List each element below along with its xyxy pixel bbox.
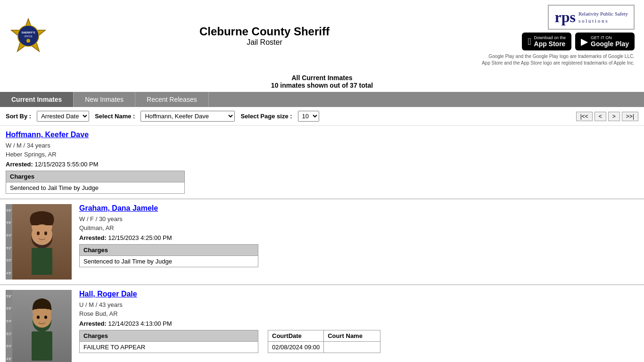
charges-table: Charges FAILURE TO APPEAR: [79, 330, 258, 353]
charges-container: Charges Sentenced to Jail Time by Judge: [79, 244, 638, 267]
page-size-select[interactable]: 10 25 50: [298, 111, 319, 122]
inmate-arrested: Arrested: 12/14/2023 4:13:00 PM: [79, 320, 638, 327]
arrested-label: Arrested:: [79, 320, 107, 327]
next-page-button[interactable]: >: [608, 112, 620, 121]
inmate-row: 5'8"5'6"5'4"5'2"5'0"4'8" Graham, Dana Ja…: [0, 199, 644, 285]
charges-table: Charges Sentenced to Jail Time by Judge: [6, 171, 185, 194]
tab-recent-releases[interactable]: Recent Releases: [135, 92, 209, 107]
charges-table: Charges Sentenced to Jail Time by Judge: [79, 244, 258, 267]
svg-rect-6: [32, 248, 52, 275]
height-marks: 5'8"5'6"5'4"5'2"5'0"4'8": [6, 204, 12, 280]
charges-container: Charges Sentenced to Jail Time by Judge: [6, 171, 638, 194]
charges-container: Charges FAILURE TO APPEAR CourtDate Cour…: [79, 330, 638, 353]
inmate-location: Quitman, AR: [79, 224, 638, 231]
pagination: |<< < > >>|: [576, 112, 638, 121]
inmate-summary: All Current Inmates 10 inmates shown out…: [0, 71, 644, 92]
rps-text: Relativity Public Safety s o l u t i o n…: [578, 10, 628, 24]
arrested-label: Arrested:: [6, 161, 33, 168]
header-right: rps Relativity Public Safety s o l u t i…: [482, 5, 635, 66]
prev-page-button[interactable]: <: [594, 112, 606, 121]
googleplay-text: GET IT ON Google Play: [591, 35, 629, 48]
charge-row: Sentenced to Jail Time by Judge: [6, 182, 185, 194]
googleplay-top: GET IT ON: [591, 35, 629, 40]
charges-header: Charges: [6, 171, 185, 182]
tab-new-inmates[interactable]: New Inmates: [74, 92, 135, 107]
inmate-row: Hoffmann, Keefer Dave W / M / 34 years H…: [0, 126, 644, 199]
charge-row: Sentenced to Jail Time by Judge: [80, 256, 258, 267]
page-header: SHERIFF'S OFFICE Cleburne County Sheriff…: [0, 0, 644, 71]
svg-point-13: [37, 316, 40, 319]
charges-header: Charges: [80, 330, 258, 342]
inmate-location: Heber Springs, AR: [6, 151, 638, 158]
court-date-header: CourtDate: [268, 330, 324, 342]
inmate-location: Rose Bud, AR: [79, 310, 638, 317]
court-date: 02/08/2024 09:00: [268, 342, 324, 353]
inmate-details: Hoffmann, Keefer Dave W / M / 34 years H…: [6, 131, 638, 194]
svg-rect-11: [32, 331, 52, 361]
inmate-name[interactable]: Graham, Dana Jamele: [79, 204, 638, 213]
inmate-demographics: W / F / 30 years: [79, 215, 638, 222]
page-title: Cleburne County Sheriff: [47, 25, 482, 38]
apple-icon: : [528, 36, 531, 47]
summary-line1: All Current Inmates: [3, 74, 641, 82]
inmate-demographics: U / M / 43 years: [79, 301, 638, 308]
first-page-button[interactable]: |<<: [576, 112, 593, 121]
sort-by-label: Sort By :: [6, 113, 31, 120]
appstore-text: Download on the App Store: [534, 35, 566, 48]
charge-row: FAILURE TO APPEAR: [80, 342, 258, 353]
inmate-name[interactable]: Hall, Roger Dale: [79, 290, 638, 298]
appstore-button[interactable]:  Download on the App Store: [522, 33, 571, 50]
last-page-button[interactable]: >>|: [622, 112, 638, 121]
disclaimer-line1: Google Play and the Google Play logo are…: [482, 53, 635, 60]
googleplay-icon: ▶: [581, 36, 588, 47]
charges-header: Charges: [80, 245, 258, 256]
svg-text:SHERIFF'S: SHERIFF'S: [22, 31, 35, 34]
page-size-label: Select Page size :: [240, 113, 292, 120]
svg-point-14: [44, 316, 47, 319]
height-marks: 5'8"5'6"5'4"5'2"5'0"4'8": [6, 290, 12, 362]
header-center: Cleburne County Sheriff Jail Roster: [47, 25, 482, 47]
svg-point-7: [32, 224, 52, 245]
arrested-date: 12/15/2023 5:55:00 PM: [34, 161, 98, 168]
rps-line1: Relativity Public Safety: [578, 10, 628, 17]
arrested-label: Arrested:: [79, 234, 107, 241]
court-name: [324, 342, 380, 353]
rps-logo: rps Relativity Public Safety s o l u t i…: [548, 5, 635, 30]
page-subtitle: Jail Roster: [47, 38, 482, 47]
svg-point-9: [44, 231, 47, 235]
inmate-details: Graham, Dana Jamele W / F / 30 years Qui…: [79, 204, 638, 280]
disclaimer-line2: App Store and the App Store logo are reg…: [482, 60, 635, 66]
googleplay-main: Google Play: [591, 40, 629, 48]
inmate-row: 5'8"5'6"5'4"5'2"5'0"4'8" Hall, Roger Dal…: [0, 285, 644, 362]
googleplay-button[interactable]: ▶ GET IT ON Google Play: [575, 33, 635, 50]
controls-bar: Sort By : Arrested Date Select Name : Ho…: [0, 107, 644, 126]
arrested-date: 12/14/2023 4:13:00 PM: [108, 320, 172, 327]
rps-line2: s o l u t i o n s: [578, 17, 628, 24]
inmate-name[interactable]: Hoffmann, Keefer Dave: [6, 131, 638, 139]
tab-current-inmates[interactable]: Current Inmates: [0, 92, 74, 107]
svg-point-4: [26, 39, 30, 42]
select-name-label: Select Name :: [95, 113, 135, 120]
inmate-photo: 5'8"5'6"5'4"5'2"5'0"4'8": [6, 290, 72, 362]
name-select[interactable]: Hoffmann, Keefer Dave Graham, Dana Jamel…: [140, 111, 235, 122]
sort-by-select[interactable]: Arrested Date: [37, 111, 89, 122]
inmate-arrested: Arrested: 12/15/2023 4:25:00 PM: [79, 234, 638, 241]
svg-point-8: [37, 231, 40, 235]
app-buttons:  Download on the App Store ▶ GET IT ON …: [522, 33, 635, 50]
inmate-details: Hall, Roger Dale U / M / 43 years Rose B…: [79, 290, 638, 362]
appstore-main: App Store: [534, 40, 566, 48]
inmate-photo: 5'8"5'6"5'4"5'2"5'0"4'8": [6, 204, 72, 280]
inmate-demographics: W / M / 34 years: [6, 142, 638, 149]
sheriff-badge: SHERIFF'S OFFICE: [9, 17, 47, 55]
svg-point-12: [33, 309, 51, 328]
nav-tabs: Current Inmates New Inmates Recent Relea…: [0, 92, 644, 107]
court-name-header: Court Name: [324, 330, 380, 342]
rps-letters: rps: [554, 8, 575, 26]
app-disclaimer: Google Play and the Google Play logo are…: [482, 53, 635, 66]
svg-text:OFFICE: OFFICE: [24, 35, 33, 38]
appstore-top: Download on the: [534, 35, 566, 40]
arrested-date: 12/15/2023 4:25:00 PM: [108, 234, 172, 241]
court-table: CourtDate Court Name 02/08/2024 09:00: [268, 330, 380, 353]
summary-line2: 10 inmates shown out of 37 total: [3, 82, 641, 89]
inmate-arrested: Arrested: 12/15/2023 5:55:00 PM: [6, 161, 638, 168]
